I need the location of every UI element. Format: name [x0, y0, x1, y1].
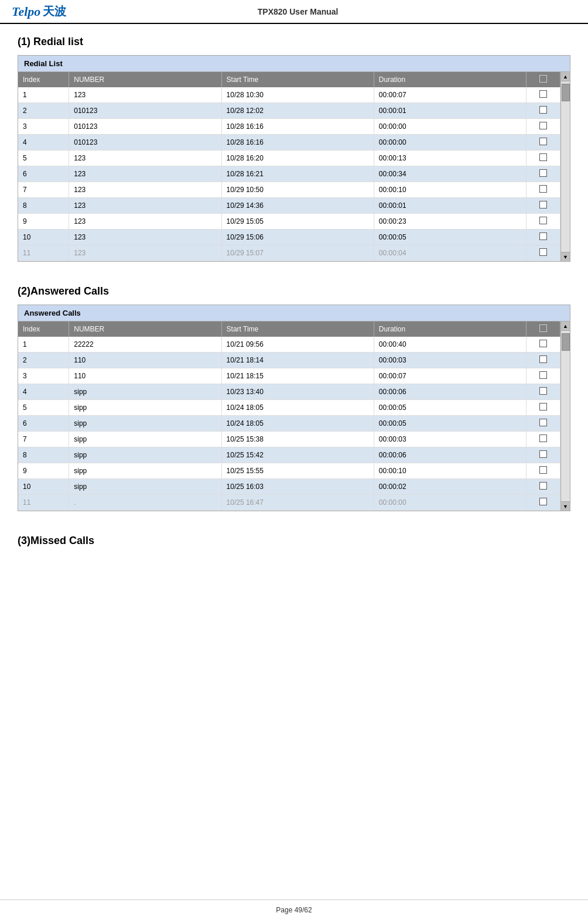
- answered-scroll-down[interactable]: ▼: [561, 501, 570, 511]
- answered-calls-title: Answered Calls: [18, 305, 570, 322]
- cell-checkbox[interactable]: [527, 432, 560, 447]
- row-checkbox[interactable]: [539, 169, 547, 177]
- row-checkbox[interactable]: [539, 138, 547, 145]
- cell-checkbox[interactable]: [527, 368, 560, 384]
- cell-number: 010123: [69, 135, 221, 151]
- cell-start-time: 10/25 15:55: [221, 463, 374, 479]
- cell-index: 3: [18, 119, 69, 135]
- logo-wave-icon: 天波: [43, 4, 66, 19]
- cell-index: 4: [18, 135, 69, 151]
- cell-checkbox[interactable]: [527, 119, 560, 135]
- cell-checkbox[interactable]: [527, 151, 560, 166]
- table-row: 3 110 10/21 18:15 00:00:07: [18, 368, 560, 384]
- cell-duration: 00:00:03: [374, 353, 526, 368]
- redial-col-check[interactable]: [527, 72, 560, 87]
- cell-duration: 00:00:10: [374, 463, 526, 479]
- cell-checkbox[interactable]: [527, 447, 560, 463]
- cell-checkbox[interactable]: [527, 416, 560, 432]
- cell-checkbox[interactable]: [527, 135, 560, 151]
- row-checkbox[interactable]: [539, 217, 547, 224]
- answered-select-all-checkbox[interactable]: [539, 324, 547, 332]
- row-checkbox[interactable]: [539, 466, 547, 474]
- cell-duration: 00:00:02: [374, 479, 526, 495]
- cell-checkbox[interactable]: [527, 337, 560, 353]
- cell-start-time: 10/29 15:07: [221, 245, 374, 261]
- answered-scrollbar[interactable]: ▲ ▼: [560, 322, 570, 511]
- cell-checkbox[interactable]: [527, 103, 560, 119]
- cell-index: 6: [18, 166, 69, 182]
- page-footer: Page 49/62: [0, 900, 588, 920]
- cell-index: 8: [18, 198, 69, 214]
- row-checkbox[interactable]: [539, 232, 547, 240]
- redial-scroll-thumb[interactable]: [562, 84, 570, 101]
- row-checkbox[interactable]: [539, 90, 547, 98]
- row-checkbox[interactable]: [539, 201, 547, 208]
- cell-checkbox[interactable]: [527, 230, 560, 245]
- cell-number: sipp: [69, 463, 221, 479]
- row-checkbox[interactable]: [539, 482, 547, 490]
- cell-index: 11: [18, 245, 69, 261]
- cell-checkbox[interactable]: [527, 400, 560, 416]
- row-checkbox[interactable]: [539, 106, 547, 114]
- redial-scroll-up[interactable]: ▲: [561, 72, 570, 81]
- answered-col-check[interactable]: [527, 322, 560, 337]
- answered-scroll-thumb[interactable]: [562, 333, 570, 351]
- row-checkbox[interactable]: [539, 371, 547, 379]
- cell-checkbox[interactable]: [527, 384, 560, 400]
- cell-number: 123: [69, 245, 221, 261]
- table-row: 9 123 10/29 15:05 00:00:23: [18, 214, 560, 230]
- cell-checkbox[interactable]: [527, 87, 560, 103]
- table-row: 5 sipp 10/24 18:05 00:00:05: [18, 400, 560, 416]
- row-checkbox[interactable]: [539, 387, 547, 395]
- cell-checkbox[interactable]: [527, 463, 560, 479]
- cell-duration: 00:00:10: [374, 182, 526, 198]
- redial-col-index: Index: [18, 72, 69, 87]
- cell-checkbox[interactable]: [527, 214, 560, 230]
- header-title: TPX820 User Manual: [66, 7, 529, 16]
- redial-select-all-checkbox[interactable]: [539, 75, 547, 83]
- cell-checkbox[interactable]: [527, 245, 560, 261]
- row-checkbox[interactable]: [539, 450, 547, 458]
- cell-number: sipp: [69, 416, 221, 432]
- redial-scroll-down[interactable]: ▼: [561, 252, 570, 261]
- cell-index: 9: [18, 214, 69, 230]
- cell-checkbox[interactable]: [527, 479, 560, 495]
- row-checkbox[interactable]: [539, 122, 547, 129]
- cell-number: sipp: [69, 432, 221, 447]
- cell-duration: 00:00:03: [374, 432, 526, 447]
- redial-col-number: NUMBER: [69, 72, 221, 87]
- answered-scroll-up[interactable]: ▲: [561, 322, 570, 331]
- cell-number: sipp: [69, 447, 221, 463]
- row-checkbox[interactable]: [539, 248, 547, 256]
- redial-scrollbar[interactable]: ▲ ▼: [560, 72, 570, 261]
- cell-checkbox[interactable]: [527, 182, 560, 198]
- cell-number: 123: [69, 166, 221, 182]
- cell-checkbox[interactable]: [527, 495, 560, 511]
- table-row: 4 sipp 10/23 13:40 00:00:06: [18, 384, 560, 400]
- answered-table-wrapper: Index NUMBER Start Time Duration 1 22222…: [18, 322, 570, 511]
- table-row-partial: 11 . 10/25 16:47 00:00:00: [18, 495, 560, 511]
- table-row: 8 123 10/29 14:36 00:00:01: [18, 198, 560, 214]
- row-checkbox[interactable]: [539, 498, 547, 505]
- row-checkbox[interactable]: [539, 185, 547, 193]
- cell-index: 5: [18, 151, 69, 166]
- cell-start-time: 10/28 12:02: [221, 103, 374, 119]
- row-checkbox[interactable]: [539, 355, 547, 363]
- row-checkbox[interactable]: [539, 435, 547, 442]
- row-checkbox[interactable]: [539, 419, 547, 426]
- cell-duration: 00:00:05: [374, 230, 526, 245]
- redial-table: Index NUMBER Start Time Duration 1 123 1…: [18, 72, 560, 261]
- cell-checkbox[interactable]: [527, 353, 560, 368]
- cell-number: sipp: [69, 384, 221, 400]
- row-checkbox[interactable]: [539, 340, 547, 347]
- row-checkbox[interactable]: [539, 153, 547, 161]
- cell-number: sipp: [69, 479, 221, 495]
- cell-checkbox[interactable]: [527, 166, 560, 182]
- table-row: 10 sipp 10/25 16:03 00:00:02: [18, 479, 560, 495]
- redial-table-header-row: Index NUMBER Start Time Duration: [18, 72, 560, 87]
- cell-checkbox[interactable]: [527, 198, 560, 214]
- cell-start-time: 10/24 18:05: [221, 416, 374, 432]
- cell-start-time: 10/25 16:03: [221, 479, 374, 495]
- row-checkbox[interactable]: [539, 403, 547, 411]
- redial-table-wrapper: Index NUMBER Start Time Duration 1 123 1…: [18, 72, 570, 261]
